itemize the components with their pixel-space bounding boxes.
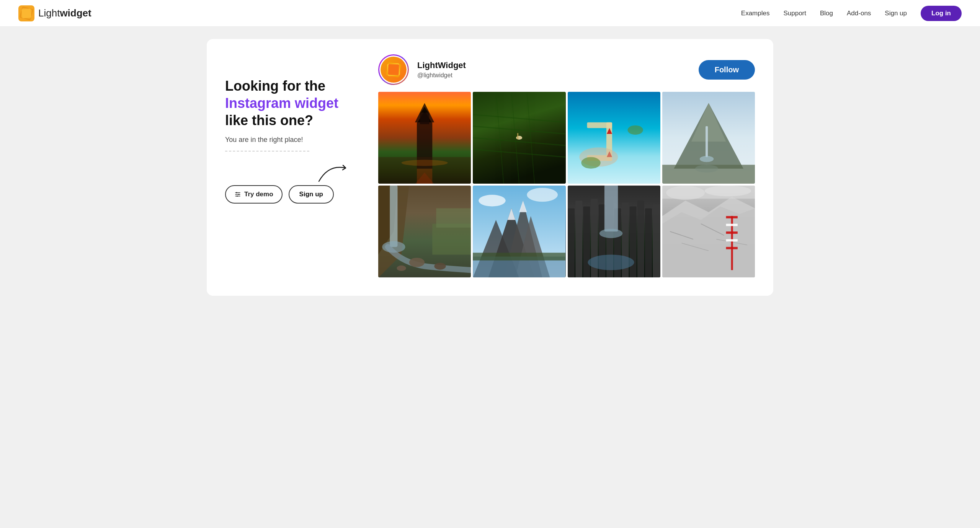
nav-support[interactable]: Support [783, 10, 806, 17]
svg-rect-57 [432, 224, 471, 255]
grid-image-8[interactable] [662, 186, 755, 277]
svg-rect-71 [568, 208, 575, 277]
arrow-decoration [317, 162, 351, 185]
svg-rect-52 [390, 186, 397, 247]
headline-purple: Instagram widget [225, 95, 338, 111]
grid-image-7[interactable] [568, 186, 660, 277]
follow-button[interactable]: Follow [699, 60, 755, 80]
svg-point-31 [516, 136, 522, 140]
svg-point-100 [666, 186, 705, 200]
svg-point-9 [237, 196, 238, 197]
svg-rect-69 [473, 253, 565, 261]
logo-icon [18, 5, 34, 21]
svg-rect-35 [587, 122, 612, 128]
svg-rect-96 [726, 231, 737, 234]
svg-rect-32 [517, 133, 518, 139]
grid-image-1[interactable] [378, 92, 471, 184]
cta-buttons: Try demo Sign up [225, 185, 355, 204]
nav-blog[interactable]: Blog [820, 10, 833, 17]
svg-point-5 [236, 192, 237, 193]
svg-rect-12 [388, 64, 399, 75]
sliders-icon [234, 191, 241, 198]
svg-rect-95 [726, 224, 737, 226]
grid-image-4[interactable] [662, 92, 755, 184]
svg-point-41 [627, 125, 643, 135]
svg-rect-98 [726, 247, 737, 249]
svg-rect-48 [662, 165, 755, 184]
content-card: Looking for the Instagram widget like th… [207, 39, 773, 296]
avatar-logo [384, 60, 403, 80]
svg-rect-73 [583, 206, 590, 277]
svg-point-56 [397, 266, 406, 271]
nav-addons[interactable]: Add-ons [847, 10, 871, 17]
profile-avatar [378, 54, 409, 85]
grid-image-2[interactable] [473, 92, 565, 184]
svg-point-84 [599, 229, 622, 238]
svg-point-55 [434, 263, 446, 270]
image-grid [378, 92, 755, 277]
svg-point-101 [705, 186, 751, 196]
svg-rect-33 [568, 92, 660, 184]
svg-point-68 [527, 188, 558, 202]
headline-line2: like this one? [225, 112, 313, 128]
profile-left: LightWidget @lightwidget [378, 54, 466, 85]
subtext: You are in the right place! [225, 136, 355, 144]
nav-links: Examples Support Blog Add-ons Sign up Lo… [741, 6, 962, 21]
nav-examples[interactable]: Examples [741, 10, 770, 17]
logo-link[interactable]: Lightwidget [18, 5, 91, 21]
main-wrapper: Looking for the Instagram widget like th… [0, 27, 980, 308]
svg-marker-88 [662, 206, 755, 277]
sign-up-button[interactable]: Sign up [289, 185, 334, 204]
svg-rect-81 [645, 208, 652, 277]
right-panel: LightWidget @lightwidget Follow [378, 54, 755, 277]
logo-text: Lightwidget [38, 7, 91, 19]
svg-point-7 [238, 194, 240, 195]
arrow-area [225, 162, 351, 185]
svg-rect-58 [436, 208, 471, 227]
svg-point-54 [409, 258, 425, 267]
svg-point-22 [402, 160, 448, 166]
profile-header: LightWidget @lightwidget Follow [378, 54, 755, 85]
svg-point-85 [588, 255, 634, 270]
svg-rect-97 [726, 239, 737, 241]
svg-rect-17 [420, 112, 429, 124]
try-demo-button[interactable]: Try demo [225, 185, 283, 204]
grid-image-5[interactable] [378, 186, 471, 277]
grid-image-6[interactable] [473, 186, 565, 277]
svg-rect-94 [726, 216, 737, 218]
login-button[interactable]: Log in [921, 6, 962, 21]
svg-point-46 [700, 156, 714, 162]
svg-rect-83 [604, 186, 617, 231]
svg-point-67 [479, 195, 506, 206]
headline: Looking for the Instagram widget like th… [225, 77, 355, 129]
svg-rect-45 [706, 126, 708, 157]
svg-rect-79 [629, 206, 636, 277]
profile-name: LightWidget [417, 60, 466, 70]
navbar: Lightwidget Examples Support Blog Add-on… [0, 0, 980, 27]
svg-point-40 [581, 157, 600, 168]
profile-handle: @lightwidget [417, 72, 466, 79]
svg-rect-82 [653, 204, 660, 277]
avatar-inner [381, 57, 407, 83]
nav-signup[interactable]: Sign up [885, 10, 907, 17]
svg-rect-3 [21, 8, 31, 18]
left-panel: Looking for the Instagram widget like th… [225, 54, 355, 204]
svg-rect-72 [575, 200, 582, 277]
profile-info: LightWidget @lightwidget [417, 60, 466, 79]
svg-rect-80 [637, 200, 644, 277]
headline-line1: Looking for the [225, 78, 325, 94]
divider [225, 151, 309, 152]
grid-image-3[interactable] [568, 92, 660, 184]
